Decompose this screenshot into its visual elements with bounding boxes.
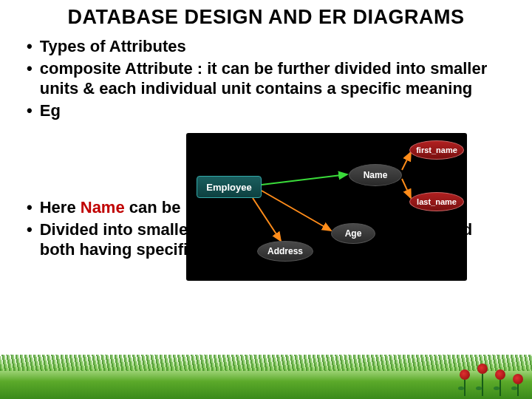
rose-icon: [476, 364, 489, 396]
bullet-dot-icon: •: [27, 219, 33, 240]
attribute-first-name: first_name: [409, 140, 464, 160]
bullet-item: • Eg: [27, 100, 510, 121]
svg-line-4: [402, 179, 411, 198]
name-highlight: Name: [81, 198, 125, 216]
attribute-last-name: last_name: [409, 192, 464, 211]
svg-line-3: [402, 152, 411, 170]
rose-icon: [511, 374, 525, 396]
composite-attr-label: composite Attribute: [40, 59, 193, 78]
bullet-text: Types of Attributes: [40, 36, 510, 57]
svg-line-0: [262, 174, 347, 185]
bullet-dot-icon: •: [27, 36, 33, 57]
bullet-dot-icon: •: [27, 100, 33, 121]
bullet-item: • composite Attribute : it can be furthe…: [27, 58, 510, 99]
attribute-address: Address: [257, 241, 313, 262]
canbe-text: can be: [125, 198, 181, 216]
bullet-text: Eg: [40, 100, 510, 121]
bullet-item: • Types of Attributes: [27, 36, 510, 57]
svg-line-2: [253, 198, 281, 241]
slide-title: DATABASE DESIGN AND ER DIAGRAMS: [0, 0, 532, 36]
rose-icon: [494, 369, 507, 396]
entity-employee: Employee: [197, 176, 262, 198]
rose-icon: [458, 369, 471, 396]
grass-decoration: [0, 355, 532, 399]
attribute-name: Name: [349, 164, 402, 186]
bullet-dot-icon: •: [27, 197, 33, 218]
flower-decoration: [458, 364, 525, 396]
er-diagram: Employee Name Age Address first_name las…: [186, 133, 467, 281]
svg-line-1: [262, 191, 331, 231]
here-text: Here: [40, 198, 81, 216]
bullet-dot-icon: •: [27, 58, 33, 79]
attribute-age: Age: [331, 223, 375, 244]
bullet-text: composite Attribute : it can be further …: [40, 58, 510, 99]
